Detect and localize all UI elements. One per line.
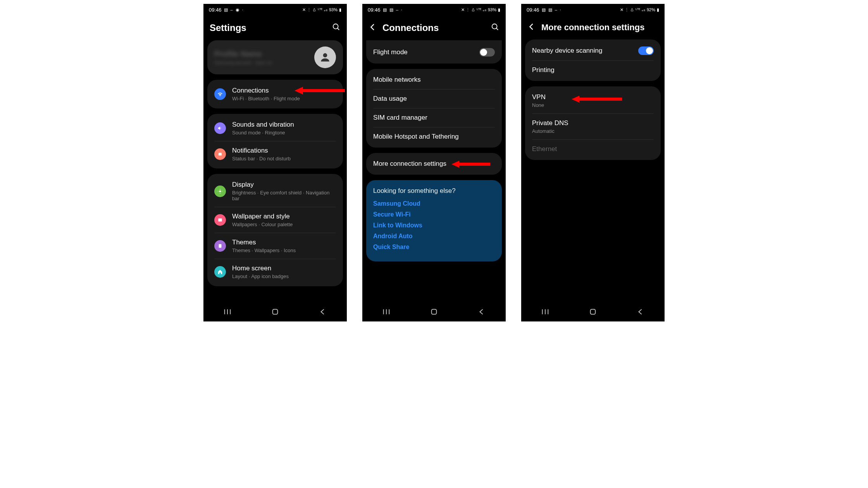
navigation-bar — [203, 304, 347, 321]
header: More connection settings — [521, 15, 665, 40]
avatar[interactable] — [314, 46, 336, 68]
screen-settings: 09:46 ▧ – ◉ · ✕ ⋮ ⩟ ᴸᵀᴱ ₊ₗₗ 93% ▮ Settin… — [203, 4, 347, 321]
svg-rect-22 — [432, 309, 437, 314]
item-title: Mobile networks — [373, 76, 495, 84]
item-display[interactable]: Display Brightness · Eye comfort shield … — [207, 175, 343, 207]
card-more: More connection settings — [366, 153, 502, 175]
svg-point-0 — [333, 24, 338, 29]
status-bar: 09:46 ▧ ▧ – · ✕ ⋮ ⩟ ᴸᵀᴱ ₊ₗₗ 93% ▮ — [362, 4, 506, 15]
status-battery: 93% — [488, 7, 496, 12]
recents-button[interactable] — [541, 308, 549, 318]
search-icon[interactable] — [491, 23, 499, 33]
link-link-to-windows[interactable]: Link to Windows — [373, 222, 495, 229]
item-mobile-networks[interactable]: Mobile networks — [366, 70, 502, 89]
item-title: Home screen — [232, 265, 336, 272]
nearby-scanning-toggle[interactable] — [638, 46, 654, 55]
item-title: Mobile Hotspot and Tethering — [373, 133, 495, 141]
item-wallpaper[interactable]: Wallpaper and style Wallpapers · Colour … — [207, 207, 343, 233]
screen-more-connection-settings: 09:46 ▧ ▧ – · ✕ ⋮ ⩟ ᴸᵀᴱ ₊ₗₗ 92% ▮ More c… — [521, 4, 665, 321]
item-title: Printing — [532, 66, 654, 74]
suggestions-card: Looking for something else? Samsung Clou… — [366, 180, 502, 261]
item-title: Sounds and vibration — [232, 121, 336, 129]
page-title: Settings — [210, 22, 327, 33]
status-time: 09:46 — [527, 7, 539, 13]
item-title: Data usage — [373, 95, 495, 103]
item-ethernet: Ethernet — [525, 140, 661, 158]
item-sim-manager[interactable]: SIM card manager — [366, 108, 502, 127]
link-android-auto[interactable]: Android Auto — [373, 233, 495, 240]
sun-icon — [214, 186, 226, 197]
profile-sub: Samsung account · Sync on — [214, 60, 272, 65]
item-title: Notifications — [232, 147, 336, 155]
back-button[interactable] — [319, 308, 327, 318]
page-title: Connections — [382, 22, 486, 33]
battery-icon: ▮ — [657, 7, 659, 12]
settings-card-connections: Connections Wi-Fi · Bluetooth · Flight m… — [207, 80, 343, 108]
annotation-arrow-icon — [451, 160, 490, 168]
flight-mode-toggle[interactable] — [479, 48, 495, 57]
svg-rect-4 — [219, 153, 222, 156]
item-title: Themes — [232, 239, 336, 246]
back-button[interactable] — [636, 308, 645, 318]
item-title: SIM card manager — [373, 114, 495, 122]
settings-card-display: Display Brightness · Eye comfort shield … — [207, 174, 343, 286]
svg-marker-3 — [294, 87, 345, 95]
item-hotspot[interactable]: Mobile Hotspot and Tethering — [366, 127, 502, 146]
profile-card[interactable]: Profile Name Samsung account · Sync on — [207, 40, 343, 74]
search-icon[interactable] — [332, 23, 341, 33]
item-sub: Automatic — [532, 128, 654, 134]
item-sub: Status bar · Do not disturb — [232, 156, 336, 162]
item-title: Private DNS — [532, 119, 654, 127]
status-battery: 93% — [329, 7, 338, 12]
status-network-icons: ✕ ⋮ ⩟ ᴸᵀᴱ ₊ₗₗ — [461, 7, 486, 12]
status-network-icons: ✕ ⋮ ⩟ ᴸᵀᴱ ₊ₗₗ — [302, 7, 327, 12]
back-icon[interactable] — [527, 22, 536, 33]
status-notification-icons: ▧ ▧ – · — [542, 7, 562, 12]
status-notification-icons: ▧ – ◉ · — [224, 7, 244, 12]
home-button[interactable] — [589, 308, 597, 318]
item-title: Wallpaper and style — [232, 213, 336, 220]
battery-icon: ▮ — [339, 7, 341, 12]
item-title: Nearby device scanning — [532, 47, 632, 55]
link-secure-wifi[interactable]: Secure Wi-Fi — [373, 211, 495, 218]
status-bar: 09:46 ▧ – ◉ · ✕ ⋮ ⩟ ᴸᵀᴱ ₊ₗₗ 93% ▮ — [203, 4, 347, 15]
svg-rect-27 — [591, 309, 596, 314]
item-flight-mode[interactable]: Flight mode — [366, 43, 502, 62]
link-quick-share[interactable]: Quick Share — [373, 244, 495, 251]
svg-line-1 — [338, 28, 339, 30]
header: Settings — [203, 15, 347, 40]
recents-button[interactable] — [223, 308, 232, 318]
image-icon — [214, 214, 226, 226]
wifi-icon — [214, 88, 226, 100]
settings-card-sound-notif: Sounds and vibration Sound mode · Ringto… — [207, 114, 343, 168]
item-title: Ethernet — [532, 145, 654, 153]
profile-name: Profile Name — [214, 50, 272, 58]
home-button[interactable] — [271, 308, 279, 318]
back-icon[interactable] — [369, 23, 377, 33]
item-notifications[interactable]: Notifications Status bar · Do not distur… — [207, 141, 343, 167]
link-samsung-cloud[interactable]: Samsung Cloud — [373, 200, 495, 207]
item-printing[interactable]: Printing — [525, 61, 661, 79]
item-private-dns[interactable]: Private DNS Automatic — [525, 114, 661, 139]
item-data-usage[interactable]: Data usage — [366, 89, 502, 108]
svg-marker-18 — [451, 161, 490, 168]
item-nearby-scanning[interactable]: Nearby device scanning — [525, 41, 661, 60]
item-themes[interactable]: Themes Themes · Wallpapers · Icons — [207, 233, 343, 259]
home-button[interactable] — [430, 308, 438, 318]
annotation-arrow-icon — [572, 95, 622, 103]
item-sub: Sound mode · Ringtone — [232, 130, 336, 136]
status-battery: 92% — [647, 7, 655, 12]
suggestions-heading: Looking for something else? — [373, 187, 495, 195]
item-sub: Layout · App icon badges — [232, 273, 336, 279]
svg-rect-10 — [218, 218, 222, 222]
item-sub: Wallpapers · Colour palette — [232, 222, 336, 227]
status-notification-icons: ▧ ▧ – · — [383, 7, 403, 12]
card-nearby-printing: Nearby device scanning Printing — [525, 40, 661, 81]
back-button[interactable] — [477, 308, 486, 318]
svg-rect-15 — [273, 309, 278, 314]
navigation-bar — [362, 304, 506, 321]
recents-button[interactable] — [382, 308, 391, 318]
item-sub: Brightness · Eye comfort shield · Naviga… — [232, 190, 336, 201]
item-sounds[interactable]: Sounds and vibration Sound mode · Ringto… — [207, 115, 343, 141]
item-home-screen[interactable]: Home screen Layout · App icon badges — [207, 259, 343, 285]
